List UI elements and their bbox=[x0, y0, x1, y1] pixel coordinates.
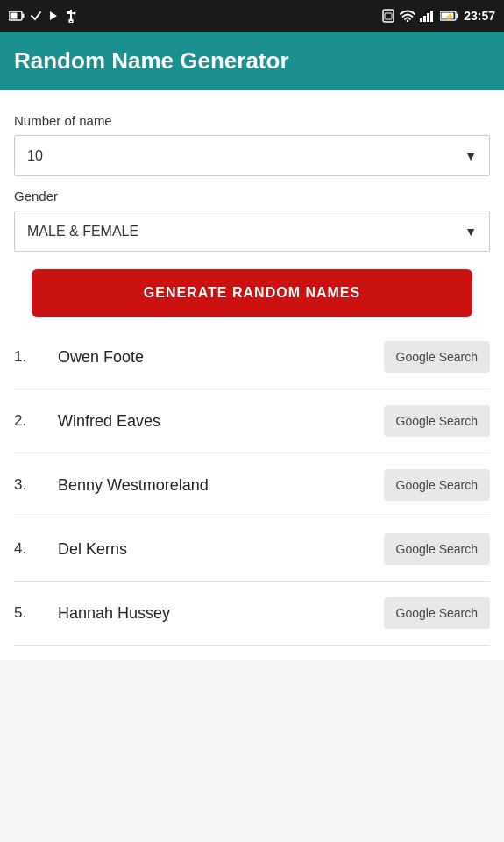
name-number-2: 2. bbox=[14, 412, 58, 430]
number-of-name-label: Number of name bbox=[14, 113, 490, 128]
gender-section: Gender MALE FEMALE MALE & FEMALE ▼ bbox=[14, 189, 490, 252]
play-icon bbox=[47, 10, 60, 22]
number-of-name-select[interactable]: 5 10 15 20 bbox=[15, 136, 489, 175]
sim-icon bbox=[381, 9, 395, 23]
svg-rect-14 bbox=[427, 13, 429, 22]
name-text-2: Winfred Eaves bbox=[58, 412, 384, 431]
google-search-button-2[interactable]: Google Search bbox=[384, 405, 490, 437]
names-list: 1. Owen Foote Google Search 2. Winfred E… bbox=[14, 325, 490, 646]
gender-label: Gender bbox=[14, 189, 490, 203]
svg-rect-17 bbox=[457, 14, 458, 18]
number-of-name-select-wrapper[interactable]: 5 10 15 20 ▼ bbox=[14, 135, 490, 176]
table-row: 2. Winfred Eaves Google Search bbox=[14, 389, 490, 453]
svg-rect-2 bbox=[11, 13, 18, 19]
google-search-button-1[interactable]: Google Search bbox=[384, 341, 490, 373]
time-display: 23:57 bbox=[464, 9, 495, 23]
gender-select[interactable]: MALE FEMALE MALE & FEMALE bbox=[15, 211, 489, 251]
google-search-button-5[interactable]: Google Search bbox=[384, 597, 490, 629]
name-number-4: 4. bbox=[14, 540, 58, 558]
svg-point-7 bbox=[74, 12, 76, 15]
svg-point-11 bbox=[407, 20, 409, 22]
svg-rect-13 bbox=[423, 16, 426, 22]
google-search-button-4[interactable]: Google Search bbox=[384, 533, 490, 565]
svg-marker-3 bbox=[50, 11, 57, 20]
gender-select-wrapper[interactable]: MALE FEMALE MALE & FEMALE ▼ bbox=[14, 210, 490, 252]
svg-rect-6 bbox=[67, 11, 70, 14]
svg-text:⚡: ⚡ bbox=[444, 11, 455, 21]
wifi-icon bbox=[400, 10, 415, 22]
status-icons-left bbox=[9, 9, 77, 23]
app-header: Random Name Generator bbox=[0, 32, 504, 90]
svg-rect-10 bbox=[385, 13, 392, 19]
svg-rect-1 bbox=[23, 14, 25, 18]
table-row: 5. Hannah Hussey Google Search bbox=[14, 582, 490, 646]
name-text-3: Benny Westmoreland bbox=[58, 476, 384, 495]
number-of-name-section: Number of name 5 10 15 20 ▼ bbox=[14, 113, 490, 176]
svg-rect-12 bbox=[420, 18, 422, 22]
name-number-1: 1. bbox=[14, 348, 58, 366]
svg-rect-15 bbox=[430, 11, 433, 22]
name-text-5: Hannah Hussey bbox=[58, 604, 384, 623]
signal-icon bbox=[420, 10, 436, 22]
name-text-4: Del Kerns bbox=[58, 540, 384, 559]
status-icons-right: ⚡ 23:57 bbox=[381, 9, 495, 23]
name-number-5: 5. bbox=[14, 604, 58, 622]
app-title: Random Name Generator bbox=[14, 47, 490, 75]
usb-icon bbox=[65, 9, 77, 23]
battery-icon bbox=[9, 11, 25, 21]
table-row: 3. Benny Westmoreland Google Search bbox=[14, 453, 490, 517]
google-search-button-3[interactable]: Google Search bbox=[384, 469, 490, 501]
table-row: 4. Del Kerns Google Search bbox=[14, 517, 490, 582]
battery-charging-icon: ⚡ bbox=[440, 11, 459, 21]
table-row: 1. Owen Foote Google Search bbox=[14, 325, 490, 389]
name-number-3: 3. bbox=[14, 476, 58, 494]
check-icon bbox=[30, 10, 42, 22]
generate-button[interactable]: GENERATE RANDOM NAMES bbox=[32, 269, 472, 317]
status-bar: ⚡ 23:57 bbox=[0, 0, 504, 32]
main-content: Number of name 5 10 15 20 ▼ Gender MALE … bbox=[0, 90, 504, 660]
name-text-1: Owen Foote bbox=[58, 348, 384, 367]
